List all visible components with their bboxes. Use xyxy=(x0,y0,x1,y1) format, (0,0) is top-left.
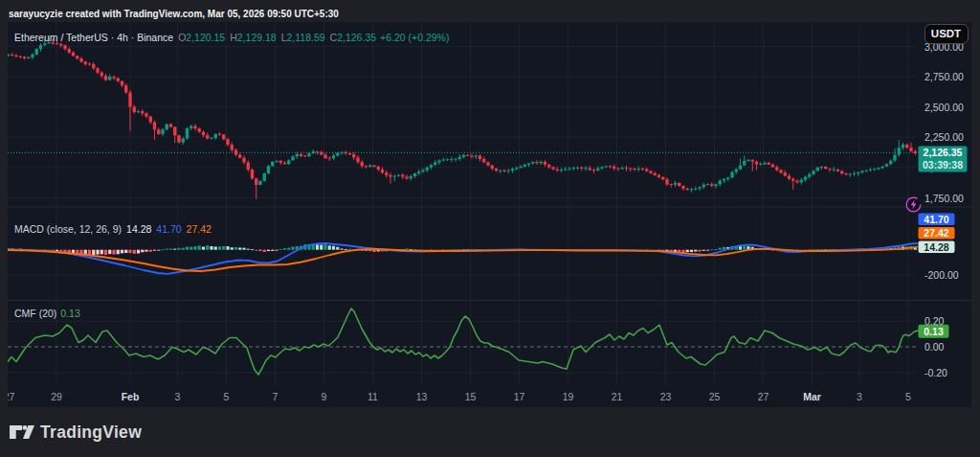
svg-text:19: 19 xyxy=(563,391,574,402)
svg-text:7: 7 xyxy=(273,391,278,402)
svg-text:21: 21 xyxy=(612,391,623,402)
svg-text:3: 3 xyxy=(175,391,181,402)
svg-text:17: 17 xyxy=(514,391,525,402)
svg-text:Feb: Feb xyxy=(122,391,140,402)
svg-text:2,750.00: 2,750.00 xyxy=(924,71,964,82)
svg-text:5: 5 xyxy=(224,391,230,402)
svg-text:14.28: 14.28 xyxy=(924,241,948,253)
svg-text:27: 27 xyxy=(758,391,769,402)
svg-text:41.70: 41.70 xyxy=(924,214,948,225)
svg-text:27: 27 xyxy=(8,391,14,402)
svg-text:9: 9 xyxy=(322,391,327,402)
svg-text:3: 3 xyxy=(857,391,862,402)
svg-text:2,126.35: 2,126.35 xyxy=(924,147,963,158)
svg-text:13: 13 xyxy=(416,391,428,402)
svg-text:0.13: 0.13 xyxy=(924,326,944,337)
svg-text:23: 23 xyxy=(660,391,672,402)
svg-text:-200.00: -200.00 xyxy=(924,269,959,281)
svg-text:0.00: 0.00 xyxy=(924,341,945,353)
svg-text:27.42: 27.42 xyxy=(924,227,948,239)
svg-text:2,250.00: 2,250.00 xyxy=(924,131,964,143)
svg-text:25: 25 xyxy=(709,391,721,402)
svg-text:15: 15 xyxy=(465,391,477,402)
svg-text:5: 5 xyxy=(905,391,911,402)
svg-text:29: 29 xyxy=(51,391,62,402)
svg-text:03:39:38: 03:39:38 xyxy=(923,159,963,171)
svg-text:-0.20: -0.20 xyxy=(924,367,947,378)
svg-text:1,750.00: 1,750.00 xyxy=(924,193,964,204)
svg-text:11: 11 xyxy=(368,391,378,402)
svg-text:Mar: Mar xyxy=(803,391,821,402)
svg-text:2,500.00: 2,500.00 xyxy=(924,102,964,113)
